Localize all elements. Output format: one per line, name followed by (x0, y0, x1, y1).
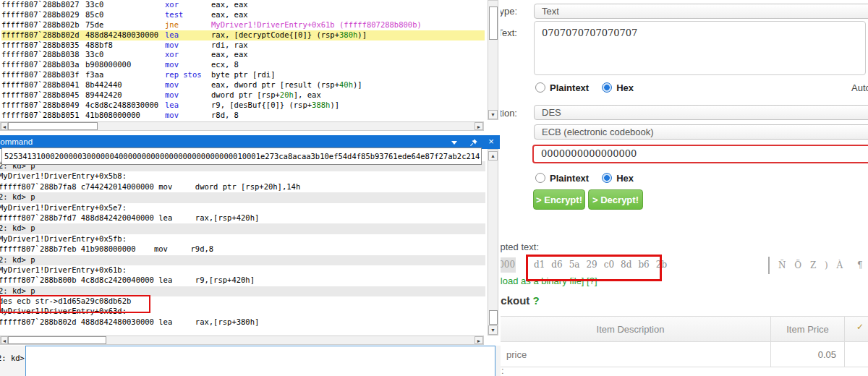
algorithm-select[interactable]: DES (534, 105, 868, 120)
disasm-row[interactable]: fffff807`288b805141b808000000movr8d, 8 (1, 111, 485, 121)
key-plaintext-radio-label: Plaintext (550, 173, 589, 184)
disasm-vscrollbar[interactable]: ▼ (488, 0, 498, 120)
plaintext-radio-label: Plaintext (550, 82, 589, 93)
command-line: fffff807`288b7feb 41b908000000 mov r9d,8 (0, 244, 485, 255)
cipher-mode-select[interactable]: ECB (electronic codebook) (534, 124, 868, 140)
command-line: MyDriver1!DriverEntry+0x61b: (0, 265, 485, 275)
type-select-value: Text (542, 6, 559, 17)
hexdump-ascii: Ñ Ö Z ) À ¶ + (778, 260, 868, 270)
hexdump-divider (768, 257, 770, 274)
header-item-description: Item Description (490, 316, 771, 342)
windbg-window: fffff807`288b802733c0xoreax, eaxfffff807… (0, 0, 501, 376)
hexdump-byte: d6 (551, 260, 562, 270)
header-item-price: Item Price (771, 316, 845, 342)
hexdump-byte: 2b (656, 260, 667, 270)
disasm-row[interactable]: fffff807`288b802985c0testeax, eax (1, 10, 485, 20)
checkout-table: Item Description Item Price price 0.05 (490, 316, 868, 367)
disasm-row[interactable]: fffff807`288b80494c8d8c2488030000lear9, … (1, 101, 485, 111)
command-line: 2: kd> p (0, 255, 485, 265)
command-line: 2: kd> p (0, 286, 485, 296)
disasm-row[interactable]: fffff807`288b802733c0xoreax, eax (1, 0, 485, 10)
cell-item-price: 0.05 (771, 342, 845, 367)
command-scroll-up-icon[interactable]: ▲ (488, 151, 498, 161)
key-input-value: 0000000000000000 (534, 146, 868, 162)
algorithm-select-value: DES (542, 107, 561, 118)
command-window: Command × 525341310002000003000000400000… (0, 135, 501, 376)
cipher-mode-select-value: ECB (electronic codebook) (542, 127, 654, 137)
command-hscrollbar[interactable]: ◄ ► (0, 336, 484, 345)
command-line: fffff807`288b7fa8 c744242014000000 mov d… (0, 182, 485, 192)
command-hex-string: 5253413100020000030000004000000000000000… (2, 148, 481, 164)
command-line: MyDriver1!DriverEntry+0x63d: (0, 307, 485, 317)
command-input-field[interactable] (25, 346, 495, 376)
command-hscrollbar-thumb[interactable] (8, 336, 106, 344)
disasm-vscrollbar-thumb[interactable] (489, 7, 498, 40)
encrypt-button[interactable]: > Encrypt! (533, 189, 585, 210)
hexdump-byte: 8d (621, 260, 631, 270)
command-line: des ecb str->d1d65a29c08db62b (0, 296, 485, 307)
command-line: MyDriver1!DriverEntry+0x5fb: (0, 234, 485, 244)
command-line: fffff807`288b800b 4c8d8c2420040000 lea r… (0, 275, 485, 286)
disasm-row[interactable]: fffff807`288b803ab908000000movecx, 8 (1, 60, 485, 70)
hexdump-byte: d1 (534, 260, 545, 270)
command-line: fffff807`288b802d 488d842480030000 lea r… (0, 317, 485, 328)
kd-prompt: 2: kd> (0, 354, 25, 362)
table-row: price 0.05 (490, 342, 868, 367)
command-line: fffff807`288b7fd7 488d842420040000 lea r… (0, 213, 485, 223)
command-scroll-right-icon[interactable]: ► (475, 336, 483, 344)
cell-item-description: price (490, 342, 771, 367)
command-line: MyDriver1!DriverEntry+0x5b8: (0, 171, 485, 181)
hexdump-byte: 29 (586, 260, 597, 270)
autodetect-label: Autodetect (851, 82, 868, 93)
text-input-value: 0707070707070707 (542, 27, 637, 38)
disasm-hscrollbar-thumb[interactable] (8, 122, 98, 130)
key-hex-radio[interactable] (602, 173, 612, 183)
command-vscrollbar-thumb[interactable] (489, 310, 498, 325)
plaintext-radio[interactable] (535, 82, 545, 93)
hex-radio[interactable] (602, 82, 612, 93)
disasm-hscrollbar[interactable]: ◄ ► (0, 121, 484, 131)
close-icon[interactable]: × (485, 135, 497, 149)
hexdump-byte: 5a (569, 260, 580, 270)
command-hex-string-box[interactable]: 5253413100020000030000004000000000000000… (1, 148, 482, 165)
cell-extra (845, 342, 868, 367)
disasm-row[interactable]: fffff807`288b8035488bf8movrdi, rax (1, 40, 485, 51)
disasm-scroll-right-icon[interactable]: ► (475, 122, 483, 130)
disasm-scroll-left-icon[interactable]: ◄ (1, 122, 8, 130)
disasm-row[interactable]: fffff807`288b803ff3aarep stosbyte ptr [r… (1, 70, 485, 80)
text-input-textarea[interactable]: 0707070707070707 (534, 21, 866, 75)
type-select[interactable]: Text (534, 4, 868, 19)
disasm-row[interactable]: fffff807`288b802d488d842480030000learax,… (1, 30, 485, 40)
checkout-help-link[interactable]: ? (533, 294, 540, 307)
disasm-row[interactable]: fffff807`288b804589442420movdword ptr [r… (1, 90, 485, 101)
command-vscrollbar[interactable]: ▲ ▼ (488, 149, 498, 336)
input-format-radio-row: PlaintextHex (535, 82, 647, 93)
checkout-table-header-row: Item Description Item Price (490, 316, 868, 342)
command-input-area: 2: kd> (0, 346, 501, 376)
command-line: 2: kd> p (0, 192, 485, 202)
hexdump-bytes: d1d65a29c08db62b (534, 260, 673, 270)
key-format-radio-row: PlaintextHex (535, 173, 647, 183)
command-scroll-down-icon[interactable]: ▼ (488, 325, 498, 335)
hexdump-byte: b6 (638, 260, 649, 270)
footer-partial-label: : (501, 365, 504, 376)
gold-check-icon: ✓ (856, 322, 864, 332)
key-input[interactable]: 0000000000000000 (532, 145, 868, 163)
disasm-row[interactable]: fffff807`288b803833c0xoreax, eax (1, 50, 485, 60)
hexdump-byte: c0 (604, 260, 614, 270)
key-plaintext-radio[interactable] (535, 173, 545, 183)
command-line: MyDriver1!DriverEntry+0x5e7: (0, 203, 485, 213)
command-output: 2: kd> pMyDriver1!DriverEntry+0x5b8:ffff… (0, 161, 485, 329)
hex-radio-label: Hex (616, 82, 634, 93)
disasm-scroll-down-icon[interactable]: ▼ (488, 110, 498, 119)
chevron-down-icon[interactable] (451, 141, 457, 145)
disassembly-pane: fffff807`288b802733c0xoreax, eaxfffff807… (1, 0, 485, 121)
disasm-row[interactable]: fffff807`288b802b75dejneMyDriver1!Driver… (1, 20, 485, 30)
command-line: 2: kd> p (0, 223, 485, 234)
decrypt-button[interactable]: > Decrypt! (588, 189, 643, 210)
key-hex-radio-label: Hex (616, 173, 634, 184)
screen: Type: Text Text: 0707070707070707 Plaint… (0, 0, 868, 376)
command-scroll-left-icon[interactable]: ◄ (1, 336, 8, 344)
disasm-row[interactable]: fffff807`288b80418b442440moveax, dword p… (1, 80, 485, 90)
